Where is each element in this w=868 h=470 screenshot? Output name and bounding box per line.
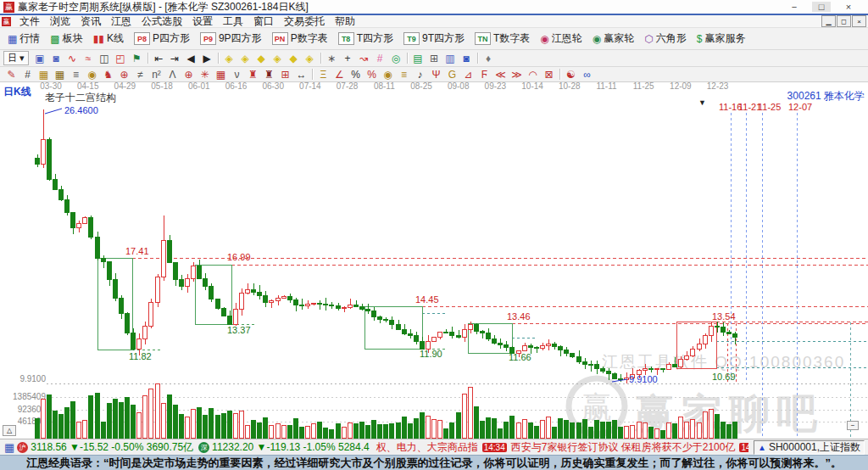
child-minimize-button[interactable]: ▁ (821, 15, 836, 27)
period-dropdown[interactable]: 日 ▾ (3, 51, 29, 65)
fan-lines-icon[interactable]: Ϝ (476, 68, 492, 81)
sz-index-values[interactable]: 11232.20 ▼-119.13 -1.05% 5284.4 (212, 441, 370, 453)
gann-diamond-left-icon[interactable]: ◈ (221, 52, 237, 65)
next-bar-icon[interactable]: ▶ (199, 52, 215, 65)
infinity-icon[interactable]: ∞ (579, 68, 595, 81)
compass-draw-icon[interactable]: ✎ (3, 68, 19, 81)
double-rail-icon[interactable]: ≠ (132, 68, 148, 81)
freehand-curve-icon[interactable]: ↝ (356, 52, 372, 65)
window-minimize-button[interactable]: − (785, 2, 804, 12)
pagoda-icon[interactable]: ♜ (245, 68, 261, 81)
percent-icon[interactable]: % (348, 68, 364, 81)
menu-browse[interactable]: 浏览 (45, 14, 75, 29)
golden-ring-icon[interactable]: ◉ (380, 68, 396, 81)
window-close-button[interactable]: × (839, 2, 858, 12)
toolbar-kline-button[interactable]: ▮▮K线 (89, 31, 128, 47)
toolbar-t-square-button[interactable]: T8T四方形 (334, 31, 398, 47)
gann-diamond-horizontal-icon[interactable]: ◆ (253, 52, 270, 65)
menu-trade[interactable]: 交易委托 (279, 14, 330, 29)
percent-retrace-icon[interactable]: % (364, 68, 380, 81)
menu-gann[interactable]: 江恩 (106, 14, 136, 29)
knight-cycle-icon[interactable]: ♞ (100, 68, 116, 81)
time-cycle-icon[interactable]: ◎ (388, 52, 404, 65)
menu-window[interactable]: 窗口 (248, 14, 279, 29)
toolbar-9t-square-button[interactable]: T99T四方形 (399, 31, 469, 47)
highlight-box-icon[interactable]: ◰ (113, 52, 129, 65)
toolbar-sectors-button[interactable]: ▩板块 (46, 31, 86, 47)
toolbar-p-square-button[interactable]: P8P四方形 (130, 31, 194, 47)
collapse-pane-button[interactable]: − (847, 421, 859, 430)
child-close-button[interactable]: × (852, 15, 866, 27)
arc-fan-icon[interactable]: ◠ (525, 68, 541, 81)
gann-diamond-expand-icon[interactable]: ◈ (302, 52, 318, 65)
wave-ruler-icon[interactable]: ν (229, 68, 245, 81)
kline-chart[interactable]: 江恩工具软件 QQ:100800360赢赢家聊吧03-3004-1504-290… (0, 82, 868, 439)
menu-tools[interactable]: 工具 (218, 14, 248, 29)
star-rays-icon[interactable]: ✳ (197, 68, 213, 81)
last-bar-icon[interactable]: ⇥ (167, 52, 183, 65)
toolbar-winner-service-button[interactable]: $赢家服务 (693, 31, 750, 47)
flag-marker-icon[interactable]: ⚑ (129, 52, 145, 65)
gann-grid-icon[interactable]: # (19, 68, 36, 81)
window-maximize-button[interactable]: □ (812, 2, 831, 12)
grid-net-icon[interactable]: # (372, 52, 388, 65)
gann-diamond-right-icon[interactable]: ◈ (237, 52, 253, 65)
golden-rails-icon[interactable]: ≡ (396, 68, 412, 81)
pagoda-dark-icon[interactable]: ♜ (261, 68, 277, 81)
gann-target-icon[interactable]: ⊕ (181, 68, 197, 81)
toolbar-quotes-button[interactable]: ▦行情 (3, 31, 44, 47)
zigzag-trend-icon[interactable]: ∿ (64, 52, 81, 65)
square-of-nine-icon[interactable]: ▦ (36, 68, 52, 81)
child-restore-button[interactable]: ◻ (837, 15, 851, 27)
field-grid-icon[interactable]: ⊞ (277, 68, 293, 81)
angle-degree-icon[interactable]: ∠ (331, 68, 348, 81)
menu-file[interactable]: 文件 (14, 14, 45, 29)
toolbar-winner-wheel-button[interactable]: ◉赢家轮 (588, 31, 638, 47)
zigzag-wave-icon[interactable]: ≈ (81, 52, 97, 65)
sh-index-values[interactable]: 3118.56 ▼-15.52 -0.50% 3690.75亿 (31, 440, 193, 455)
pitchfork-icon[interactable]: Ψ (428, 68, 444, 81)
calendar-icon[interactable]: ▤ (410, 52, 426, 65)
toolbar-hexagon-button[interactable]: ⬡六角形 (640, 31, 690, 47)
box-cross-icon[interactable]: ⊠ (541, 68, 557, 81)
keypad-icon[interactable]: ▦ (4, 441, 14, 454)
menu-settings[interactable]: 设置 (187, 14, 218, 29)
menu-help[interactable]: 帮助 (330, 14, 360, 29)
info-panel-icon[interactable]: ◙ (48, 52, 64, 65)
toolbar-p-table-button[interactable]: PNP数字表 (268, 31, 332, 47)
toolbar-t-table-button[interactable]: TNT数字表 (470, 31, 534, 47)
gann-diamond-cross-icon[interactable]: ◈ (270, 52, 286, 65)
expand-pane-button[interactable]: △ (3, 425, 16, 436)
resistance-lines-icon[interactable]: ≫ (509, 68, 525, 81)
speed-lines-icon[interactable]: ≪ (492, 68, 509, 81)
taiji-icon[interactable]: ☯ (563, 68, 579, 81)
chart-frame-icon[interactable]: ▣ (32, 52, 48, 65)
candle-style-icon[interactable]: ◫ (97, 52, 113, 65)
gold-gann-icon[interactable]: G (444, 68, 460, 81)
calculator-icon[interactable]: ⊞ (426, 52, 442, 65)
price-steps-icon[interactable]: ≡ (68, 68, 84, 81)
n-square-icon[interactable]: n² (148, 68, 164, 81)
wedge-icon[interactable]: ⊿ (460, 68, 476, 81)
span-arrows-icon[interactable]: ↔ (293, 68, 309, 81)
angle-peak-icon[interactable]: Λ (164, 68, 181, 81)
news-ticker-item[interactable]: 权、电力、大宗商品指 (376, 440, 478, 455)
menu-formula-picker[interactable]: 公式选股 (136, 14, 187, 29)
news-ticker-item[interactable]: 西安与7家银行签订协议 保租房将获不少于2100亿 (511, 440, 736, 455)
kline-chart-area[interactable]: 江恩工具软件 QQ:100800360赢赢家聊吧03-3004-1504-290… (0, 82, 868, 439)
red-square-grid-icon[interactable]: ▦ (213, 68, 229, 81)
tempo-icon[interactable]: ♪ (412, 68, 428, 81)
first-bar-icon[interactable]: ⇤ (151, 52, 167, 65)
data-truck-icon[interactable]: ♦ (481, 52, 497, 65)
prev-bar-icon[interactable]: ◀ (183, 52, 199, 65)
toolbar-gann-wheel-button[interactable]: ◉江恩轮 (536, 31, 586, 47)
notebook-icon[interactable]: ▥ (442, 52, 459, 65)
crosshair-icon[interactable]: + (340, 52, 356, 65)
wheel-24-icon[interactable]: ⊕ (116, 68, 132, 81)
three-rails-icon[interactable]: Ξ (315, 68, 331, 81)
square-of-twelve-icon[interactable]: ▦ (52, 68, 68, 81)
save-icon[interactable]: ◙ (459, 52, 475, 65)
toolbar-9p-square-button[interactable]: P99P四方形 (196, 31, 266, 47)
gann-diamond-vertical-icon[interactable]: ◆ (286, 52, 302, 65)
current-index-field[interactable]: ▲ SH000001,上证指数 (754, 440, 865, 455)
